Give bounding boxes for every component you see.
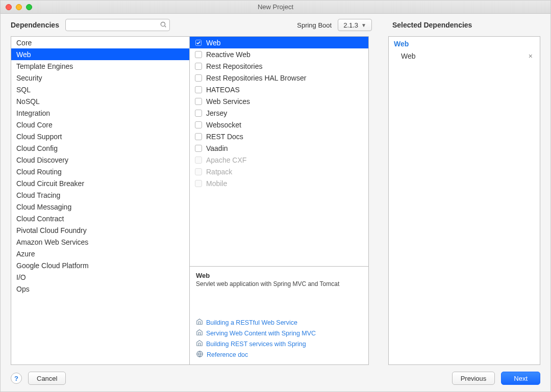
detail-link[interactable]: Serving Web Content with Spring MVC	[196, 329, 362, 337]
category-item[interactable]: Cloud Support	[11, 130, 189, 142]
cancel-button[interactable]: Cancel	[28, 372, 66, 385]
checkbox-icon[interactable]	[195, 63, 202, 70]
option-item[interactable]: Rest Repositories HAL Browser	[190, 72, 368, 84]
category-item[interactable]: I/O	[11, 271, 189, 283]
detail-link-text[interactable]: Building REST services with Spring	[206, 341, 306, 348]
category-item[interactable]: Cloud Circuit Breaker	[11, 177, 189, 189]
category-item[interactable]: Google Cloud Platform	[11, 259, 189, 271]
checkbox-icon	[195, 180, 202, 187]
checkbox-icon[interactable]	[195, 110, 202, 117]
selected-group-title: Web	[389, 37, 540, 50]
toolbar: Dependencies Spring Boot 2.1.3 ▼ Selecte…	[1, 14, 550, 36]
option-label: REST Docs	[206, 133, 243, 141]
selected-item: Web×	[389, 50, 540, 62]
checkbox-icon[interactable]	[195, 133, 202, 140]
category-item[interactable]: Security	[11, 72, 189, 84]
category-item[interactable]: Cloud Core	[11, 119, 189, 130]
option-item[interactable]: REST Docs	[190, 130, 368, 142]
detail-link-text[interactable]: Building a RESTful Web Service	[206, 319, 297, 326]
category-item[interactable]: Cloud Contract	[11, 213, 189, 224]
option-label: Rest Repositories	[206, 62, 263, 70]
window-title: New Project	[1, 3, 550, 11]
category-item[interactable]: Cloud Routing	[11, 166, 189, 177]
search-field-wrap	[65, 19, 170, 31]
content-area: CoreWebTemplate EnginesSecuritySQLNoSQLI…	[1, 36, 550, 365]
category-item[interactable]: Ops	[11, 283, 189, 295]
detail-title: Web	[196, 272, 362, 279]
selected-dependencies-panel: Web Web×	[388, 36, 540, 365]
category-item[interactable]: Azure	[11, 248, 189, 259]
category-item[interactable]: Core	[11, 37, 189, 48]
category-item[interactable]: Cloud Discovery	[11, 154, 189, 166]
option-label: Reactive Web	[206, 50, 251, 59]
category-item[interactable]: Cloud Messaging	[11, 201, 189, 213]
detail-link[interactable]: Reference doc	[196, 350, 362, 359]
option-item: Ratpack	[190, 166, 368, 177]
option-item[interactable]: Reactive Web	[190, 48, 368, 60]
options-list[interactable]: WebReactive WebRest RepositoriesRest Rep…	[190, 37, 368, 266]
checkbox-icon[interactable]	[195, 39, 202, 46]
remove-icon[interactable]: ×	[527, 51, 535, 61]
option-item: Mobile	[190, 177, 368, 189]
next-button[interactable]: Next	[501, 372, 540, 385]
option-item: Apache CXF	[190, 154, 368, 166]
category-item[interactable]: Template Engines	[11, 60, 189, 72]
svg-line-1	[165, 26, 166, 28]
spring-boot-label: Spring Boot	[297, 21, 332, 29]
checkbox-icon[interactable]	[195, 74, 202, 82]
detail-link-text[interactable]: Reference doc	[207, 351, 248, 358]
checkbox-icon[interactable]	[195, 145, 202, 152]
checkbox-icon[interactable]	[195, 98, 202, 105]
options-panel: WebReactive WebRest RepositoriesRest Rep…	[189, 36, 369, 365]
selected-dependencies-header: Selected Dependencies	[387, 21, 472, 29]
option-label: Web	[206, 39, 221, 47]
option-label: Websocket	[206, 121, 241, 129]
option-label: Web Services	[206, 97, 250, 106]
close-window-button[interactable]	[6, 4, 12, 10]
previous-button[interactable]: Previous	[452, 372, 495, 385]
category-item[interactable]: Pivotal Cloud Foundry	[11, 224, 189, 236]
category-item[interactable]: Integration	[11, 107, 189, 119]
option-item[interactable]: HATEOAS	[190, 84, 368, 95]
checkbox-icon[interactable]	[195, 51, 202, 58]
search-icon	[160, 21, 167, 28]
category-list[interactable]: CoreWebTemplate EnginesSecuritySQLNoSQLI…	[11, 36, 189, 365]
checkbox-icon	[195, 168, 202, 175]
option-item[interactable]: Websocket	[190, 119, 368, 130]
checkbox-icon[interactable]	[195, 121, 202, 128]
detail-description: Servlet web application with Spring MVC …	[196, 280, 362, 288]
option-label: Rest Repositories HAL Browser	[206, 74, 306, 82]
option-label: Apache CXF	[206, 156, 246, 164]
category-item[interactable]: NoSQL	[11, 95, 189, 107]
minimize-window-button[interactable]	[16, 4, 22, 10]
zoom-window-button[interactable]	[26, 4, 32, 10]
detail-link[interactable]: Building REST services with Spring	[196, 339, 362, 348]
home-icon	[196, 339, 203, 348]
detail-link[interactable]: Building a RESTful Web Service	[196, 318, 362, 327]
selected-header-wrap: Selected Dependencies	[378, 21, 540, 29]
option-item[interactable]: Web Services	[190, 95, 368, 107]
category-item[interactable]: Cloud Tracing	[11, 189, 189, 201]
selected-items-list: Web×	[389, 50, 540, 62]
option-item[interactable]: Rest Repositories	[190, 60, 368, 72]
selected-item-label: Web	[401, 52, 416, 60]
detail-pane: Web Servlet web application with Spring …	[190, 266, 368, 364]
category-item[interactable]: Web	[11, 48, 189, 60]
checkbox-icon[interactable]	[195, 86, 202, 93]
globe-icon	[196, 350, 204, 359]
option-label: Vaadin	[206, 144, 228, 152]
detail-links: Building a RESTful Web ServiceServing We…	[196, 318, 362, 359]
option-item[interactable]: Vaadin	[190, 142, 368, 154]
option-item[interactable]: Web	[190, 37, 368, 48]
category-item[interactable]: Cloud Config	[11, 142, 189, 154]
help-button[interactable]: ?	[11, 373, 22, 384]
spring-boot-version-select[interactable]: 2.1.3 ▼	[338, 19, 372, 31]
option-label: Jersey	[206, 109, 227, 117]
detail-link-text[interactable]: Serving Web Content with Spring MVC	[206, 330, 316, 337]
svg-point-0	[161, 22, 165, 26]
dependencies-search-input[interactable]	[65, 19, 170, 31]
category-item[interactable]: SQL	[11, 84, 189, 95]
option-item[interactable]: Jersey	[190, 107, 368, 119]
option-label: Ratpack	[206, 168, 232, 176]
category-item[interactable]: Amazon Web Services	[11, 236, 189, 248]
